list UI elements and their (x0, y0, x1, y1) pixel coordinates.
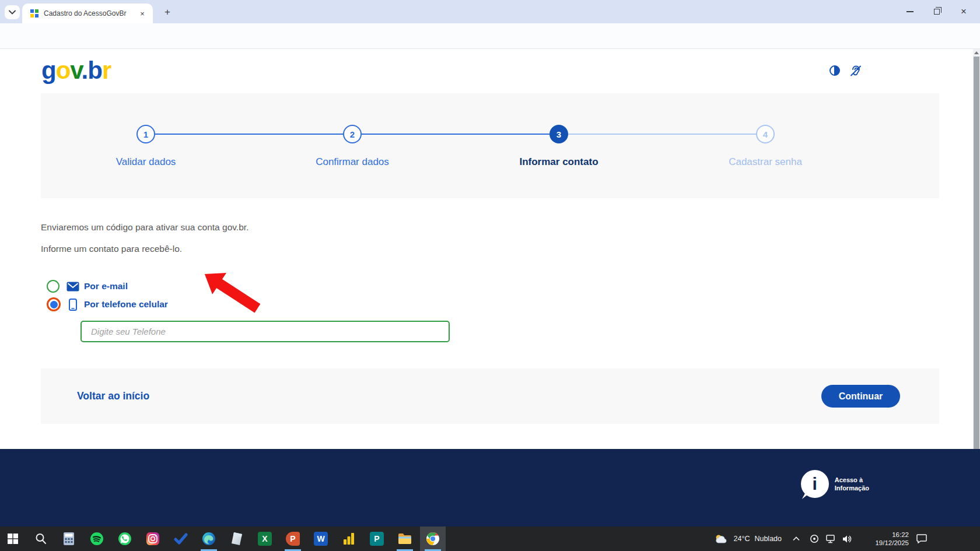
back-to-start-link[interactable]: Voltar ao início (77, 368, 149, 424)
phone-radio-selected[interactable] (47, 297, 61, 311)
meet-now-icon (810, 534, 819, 543)
phone-option-label[interactable]: Por telefone celular (84, 299, 168, 310)
tray-network[interactable] (824, 527, 838, 551)
whatsapp-icon (118, 532, 132, 546)
option-email[interactable]: Por e-mail (47, 280, 128, 293)
window-restore-button[interactable] (931, 6, 943, 17)
powerpoint-icon: P (286, 532, 300, 546)
spotify-icon (90, 532, 104, 546)
taskbar-notepad[interactable] (224, 527, 250, 551)
step-1-circle: 1 (136, 125, 155, 143)
taskbar-search-button[interactable] (28, 527, 54, 551)
envelope-icon (66, 282, 79, 292)
govbr-logo: gov.br (41, 57, 111, 85)
action-center-button[interactable] (914, 527, 930, 551)
chevron-up-icon (793, 536, 800, 541)
network-icon (826, 535, 836, 543)
todo-check-icon (174, 533, 188, 545)
phone-input[interactable] (80, 321, 450, 342)
taskbar-weather[interactable]: 24°C Nublado (715, 527, 782, 551)
window-close-button[interactable]: × (958, 6, 970, 17)
stepper-connector-3 (568, 134, 756, 135)
tab-search-button[interactable] (5, 5, 20, 19)
tab-close-icon[interactable]: × (138, 9, 147, 18)
email-option-label[interactable]: Por e-mail (84, 281, 128, 292)
taskbar-excel[interactable]: X (252, 527, 278, 551)
contrast-toggle-icon[interactable] (830, 65, 840, 76)
access-to-information-badge[interactable]: i Acesso à Informação (801, 470, 869, 498)
file-explorer-icon (398, 533, 412, 545)
weather-temperature: 24°C (733, 535, 750, 543)
notification-icon (916, 534, 927, 543)
chevron-down-icon (9, 10, 16, 15)
taskbar-todo[interactable] (168, 527, 194, 551)
step-3-circle: 3 (550, 125, 568, 143)
step-2-circle: 2 (343, 125, 362, 143)
search-icon (35, 533, 47, 545)
govbr-header: gov.br (0, 49, 973, 93)
phone-icon-wrap (66, 299, 79, 311)
cloudy-weather-icon (715, 534, 729, 544)
chrome-icon (426, 532, 440, 546)
email-radio[interactable] (47, 280, 60, 293)
taskbar-file-explorer[interactable] (392, 527, 418, 551)
access-badge-text: Acesso à Informação (835, 476, 869, 492)
scrollbar-thumb[interactable] (974, 57, 979, 503)
windows-taskbar: X P W P 24°C Nublado (0, 527, 980, 551)
taskbar-clock[interactable]: 16:22 19/12/2025 (875, 527, 909, 551)
scroll-up-arrow[interactable] (973, 49, 980, 56)
taskbar-word[interactable]: W (308, 527, 334, 551)
email-icon-wrap (66, 282, 79, 292)
govbr-favicon (30, 9, 38, 17)
govbr-footer: i Acesso à Informação (0, 449, 980, 527)
intro-text-line2: Informe um contato para recebê-lo. (41, 244, 182, 254)
weather-condition: Nublado (754, 535, 782, 543)
mobile-phone-icon (69, 299, 77, 311)
step-3-label: Informar contato (471, 156, 646, 168)
taskbar-calculator[interactable] (56, 527, 82, 551)
option-phone[interactable]: Por telefone celular (47, 297, 168, 311)
volume-icon (842, 535, 852, 543)
notepad-icon (230, 532, 243, 546)
step-2-label: Confirmar dados (265, 156, 440, 168)
powerbi-icon (342, 532, 355, 545)
publisher-icon: P (370, 532, 384, 546)
tray-volume[interactable] (840, 527, 854, 551)
taskbar-edge[interactable] (196, 527, 222, 551)
continue-button[interactable]: Continuar (821, 385, 900, 408)
screen: Cadastro do AcessoGovBr × + × cadastro.s… (0, 0, 980, 551)
taskbar-chrome[interactable] (420, 527, 446, 551)
window-controls: × (904, 0, 977, 23)
windows-start-icon (7, 533, 19, 545)
wizard-stepper: 1 2 3 4 Validar dados Confirmar dados In… (41, 93, 939, 198)
window-minimize-button[interactable] (904, 6, 916, 17)
taskbar-powerbi[interactable] (336, 527, 362, 551)
taskbar-publisher[interactable]: P (364, 527, 390, 551)
step-4-circle: 4 (756, 125, 775, 143)
taskbar-spotify[interactable] (84, 527, 110, 551)
info-bubble-icon: i (801, 470, 829, 498)
step-4-label: Cadastrar senha (678, 156, 853, 168)
stepper-connector-2 (362, 134, 550, 135)
taskbar-whatsapp[interactable] (112, 527, 138, 551)
word-icon: W (314, 532, 328, 546)
step-1-label: Validar dados (58, 156, 233, 168)
calculator-icon (63, 532, 75, 546)
header-tools (830, 64, 862, 77)
browser-tab[interactable]: Cadastro do AcessoGovBr × (22, 3, 153, 23)
tray-meet-now[interactable] (807, 527, 821, 551)
red-arrow-annotation (194, 262, 270, 321)
start-button[interactable] (0, 527, 26, 551)
tray-expand-button[interactable] (790, 527, 802, 551)
stepper-connector-1 (155, 134, 343, 135)
accessibility-ear-icon[interactable] (849, 64, 862, 77)
taskbar-instagram[interactable] (140, 527, 166, 551)
edge-icon (202, 532, 216, 546)
clock-time: 16:22 (892, 531, 909, 539)
intro-text-line1: Enviaremos um código para ativar sua con… (41, 222, 249, 233)
new-tab-button[interactable]: + (161, 6, 174, 19)
clock-date: 19/12/2025 (875, 539, 909, 547)
taskbar-powerpoint[interactable]: P (280, 527, 306, 551)
info-icon: i (813, 474, 817, 494)
tab-title: Cadastro do AcessoGovBr (44, 9, 138, 17)
